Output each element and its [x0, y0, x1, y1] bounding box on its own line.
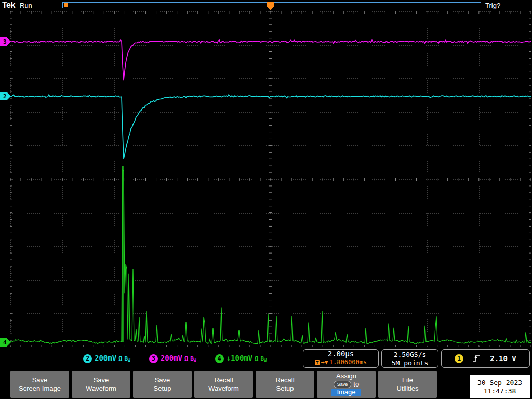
datetime-display: 30 Sep 2023 11:47:38: [470, 375, 530, 398]
ch2-position-marker[interactable]: 2: [0, 91, 11, 101]
ch3-scale: 200mV: [161, 354, 182, 362]
ch2-scale: 200mV: [95, 354, 116, 362]
acquisition-status: Run: [20, 2, 32, 9]
button-line: Waveform: [208, 385, 239, 393]
button-line: File: [402, 377, 413, 384]
ch4-position-marker[interactable]: 4: [0, 338, 11, 347]
record-window-marker: [64, 3, 68, 7]
ch4-bandwidth-icon: BW: [261, 355, 267, 363]
button-line: Recall: [275, 377, 294, 384]
ch4-badge: 4: [215, 354, 224, 363]
button-line: Utilities: [397, 385, 419, 393]
button-line: Assign: [336, 373, 356, 380]
ch2-coupling: Ω: [118, 355, 122, 362]
waveform-display: [10, 11, 531, 347]
button-line: Screen Image: [19, 385, 61, 393]
save-screen-image-button[interactable]: Save Screen Image: [10, 371, 69, 398]
record-length: 5M points: [382, 359, 438, 367]
delay-trigger-icon: T: [315, 360, 320, 365]
channel-readouts: 2 200mV Ω BW 3 200mV Ω BW 4 ↓100mV Ω BW: [83, 350, 267, 367]
timebase-readout: 2.00µs T →▼ 1.806000ms: [303, 349, 379, 368]
oscilloscope-screen: Tek Run Trig? T 3 2 4 2 200mV Ω BW 3: [0, 0, 532, 399]
recall-setup-button[interactable]: Recall Setup: [256, 371, 314, 398]
ch2-readout[interactable]: 2 200mV Ω BW: [83, 354, 130, 363]
ch3-bandwidth-icon: BW: [190, 355, 196, 363]
ch3-badge: 3: [149, 354, 158, 363]
assign-save-to-row: Save to: [334, 381, 359, 389]
ch2-badge: 2: [83, 354, 92, 363]
delay-value: 1.806000ms: [329, 358, 367, 366]
trigger-source-badge: 1: [455, 354, 463, 363]
assign-to-label: to: [353, 381, 359, 389]
ch2-bandwidth-icon: BW: [124, 355, 130, 363]
button-line: Setup: [154, 385, 171, 393]
button-line: Waveform: [86, 385, 116, 393]
button-line: Recall: [214, 377, 233, 384]
trigger-readout: 1 2.10 V: [441, 349, 530, 368]
trigger-position-marker[interactable]: [267, 2, 274, 10]
timebase-scale: 2.00µs: [303, 350, 378, 358]
tek-logo: Tek: [2, 1, 15, 10]
ch3-readout[interactable]: 3 200mV Ω BW: [149, 354, 196, 363]
button-line: Save: [32, 377, 48, 384]
recall-waveform-button[interactable]: Recall Waveform: [194, 371, 253, 398]
assign-target-image: Image: [331, 389, 361, 396]
ch3-marker-label: 3: [3, 38, 7, 45]
ch2-marker-label: 2: [3, 93, 7, 100]
save-waveform-button[interactable]: Save Waveform: [72, 371, 130, 398]
button-line: Setup: [276, 385, 294, 393]
button-line: Save: [155, 377, 170, 384]
ch3-coupling: Ω: [184, 355, 188, 362]
sample-rate: 2.50GS/s: [382, 351, 438, 359]
save-pill-badge: Save: [334, 381, 352, 388]
delay-arrow: →▼: [321, 358, 328, 366]
rising-edge-icon: [473, 354, 481, 363]
trigger-level: 2.10 V: [490, 354, 516, 363]
ch3-position-marker[interactable]: 3: [0, 37, 11, 46]
time: 11:47:38: [484, 387, 516, 395]
graticule: [10, 11, 531, 347]
date: 30 Sep 2023: [477, 379, 522, 387]
assign-save-button[interactable]: Assign Save to Image: [317, 371, 376, 398]
ch4-marker-label: 4: [3, 339, 7, 346]
save-setup-button[interactable]: Save Setup: [133, 371, 192, 398]
file-utilities-button[interactable]: File Utilities: [378, 371, 437, 398]
acquisition-readout: 2.50GS/s 5M points: [381, 349, 438, 368]
ch4-scale: ↓100mV: [227, 354, 253, 362]
button-line: Save: [94, 377, 109, 384]
ch4-coupling: Ω: [255, 355, 258, 362]
ch4-readout[interactable]: 4 ↓100mV Ω BW: [215, 354, 267, 363]
trigger-status: Trig?: [485, 2, 500, 9]
